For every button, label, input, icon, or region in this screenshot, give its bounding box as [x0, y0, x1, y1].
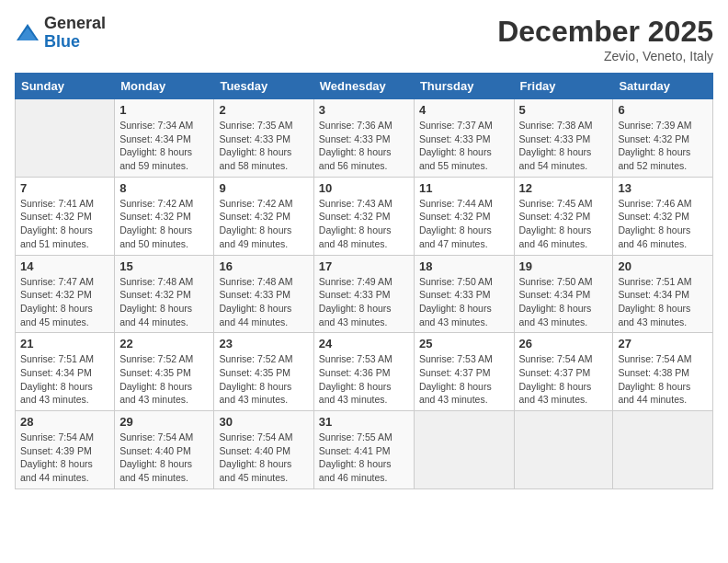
day-number: 3 — [319, 103, 409, 117]
day-info: Sunrise: 7:53 AM Sunset: 4:37 PM Dayligh… — [419, 352, 509, 407]
day-info: Sunrise: 7:50 AM Sunset: 4:34 PM Dayligh… — [519, 275, 609, 329]
day-info: Sunrise: 7:38 AM Sunset: 4:33 PM Dayligh… — [519, 119, 609, 173]
day-info: Sunrise: 7:41 AM Sunset: 4:32 PM Dayligh… — [20, 197, 109, 251]
day-number: 29 — [119, 415, 209, 429]
day-number: 18 — [419, 259, 509, 273]
day-number: 8 — [119, 181, 209, 195]
calendar-cell: 23Sunrise: 7:52 AM Sunset: 4:35 PM Dayli… — [214, 333, 313, 411]
calendar-cell: 21Sunrise: 7:51 AM Sunset: 4:34 PM Dayli… — [16, 333, 115, 411]
day-info: Sunrise: 7:42 AM Sunset: 4:32 PM Dayligh… — [219, 197, 308, 251]
day-info: Sunrise: 7:53 AM Sunset: 4:36 PM Dayligh… — [319, 352, 409, 407]
week-row-3: 14Sunrise: 7:47 AM Sunset: 4:32 PM Dayli… — [16, 255, 713, 333]
day-number: 11 — [419, 181, 509, 195]
calendar-cell: 2Sunrise: 7:35 AM Sunset: 4:33 PM Daylig… — [214, 99, 313, 178]
calendar-cell: 20Sunrise: 7:51 AM Sunset: 4:34 PM Dayli… — [613, 255, 713, 333]
calendar-cell: 29Sunrise: 7:54 AM Sunset: 4:40 PM Dayli… — [115, 411, 214, 489]
day-number: 20 — [618, 259, 708, 273]
day-info: Sunrise: 7:37 AM Sunset: 4:33 PM Dayligh… — [419, 119, 509, 173]
day-info: Sunrise: 7:54 AM Sunset: 4:38 PM Dayligh… — [618, 352, 708, 407]
day-number: 6 — [618, 103, 708, 117]
day-header-wednesday: Wednesday — [313, 74, 414, 99]
calendar-cell: 8Sunrise: 7:42 AM Sunset: 4:32 PM Daylig… — [115, 177, 214, 255]
logo-text: General Blue — [44, 15, 106, 52]
day-info: Sunrise: 7:45 AM Sunset: 4:32 PM Dayligh… — [519, 197, 609, 251]
calendar-cell: 19Sunrise: 7:50 AM Sunset: 4:34 PM Dayli… — [514, 255, 613, 333]
calendar-cell: 18Sunrise: 7:50 AM Sunset: 4:33 PM Dayli… — [414, 255, 514, 333]
calendar-cell: 24Sunrise: 7:53 AM Sunset: 4:36 PM Dayli… — [313, 333, 414, 411]
day-info: Sunrise: 7:36 AM Sunset: 4:33 PM Dayligh… — [319, 119, 409, 173]
day-number: 14 — [20, 259, 109, 273]
day-number: 10 — [319, 181, 409, 195]
calendar-table: SundayMondayTuesdayWednesdayThursdayFrid… — [15, 73, 713, 489]
calendar-cell: 7Sunrise: 7:41 AM Sunset: 4:32 PM Daylig… — [16, 177, 115, 255]
title-block: December 2025 Zevio, Veneto, Italy — [497, 15, 713, 63]
calendar-header-row: SundayMondayTuesdayWednesdayThursdayFrid… — [16, 74, 713, 99]
calendar-cell: 4Sunrise: 7:37 AM Sunset: 4:33 PM Daylig… — [414, 99, 514, 178]
day-info: Sunrise: 7:44 AM Sunset: 4:32 PM Dayligh… — [419, 197, 509, 251]
day-number: 27 — [618, 337, 708, 350]
week-row-5: 28Sunrise: 7:54 AM Sunset: 4:39 PM Dayli… — [16, 411, 713, 489]
day-info: Sunrise: 7:52 AM Sunset: 4:35 PM Dayligh… — [219, 352, 308, 407]
day-info: Sunrise: 7:54 AM Sunset: 4:40 PM Dayligh… — [219, 431, 308, 485]
day-info: Sunrise: 7:43 AM Sunset: 4:32 PM Dayligh… — [319, 197, 409, 251]
page-header: General Blue December 2025 Zevio, Veneto… — [15, 15, 713, 63]
day-number: 9 — [219, 181, 308, 195]
day-number: 1 — [119, 103, 209, 117]
calendar-cell — [613, 411, 713, 489]
calendar-cell: 26Sunrise: 7:54 AM Sunset: 4:37 PM Dayli… — [514, 333, 613, 411]
calendar-cell: 13Sunrise: 7:46 AM Sunset: 4:32 PM Dayli… — [613, 177, 713, 255]
location: Zevio, Veneto, Italy — [497, 49, 713, 63]
day-number: 26 — [519, 337, 609, 350]
calendar-cell: 11Sunrise: 7:44 AM Sunset: 4:32 PM Dayli… — [414, 177, 514, 255]
calendar-cell: 12Sunrise: 7:45 AM Sunset: 4:32 PM Dayli… — [514, 177, 613, 255]
calendar-cell: 17Sunrise: 7:49 AM Sunset: 4:33 PM Dayli… — [313, 255, 414, 333]
day-info: Sunrise: 7:52 AM Sunset: 4:35 PM Dayligh… — [119, 352, 209, 407]
day-number: 23 — [219, 337, 308, 350]
day-info: Sunrise: 7:51 AM Sunset: 4:34 PM Dayligh… — [618, 275, 708, 329]
calendar-cell: 15Sunrise: 7:48 AM Sunset: 4:32 PM Dayli… — [115, 255, 214, 333]
day-info: Sunrise: 7:48 AM Sunset: 4:33 PM Dayligh… — [219, 275, 308, 329]
day-info: Sunrise: 7:54 AM Sunset: 4:40 PM Dayligh… — [119, 431, 209, 485]
day-info: Sunrise: 7:51 AM Sunset: 4:34 PM Dayligh… — [20, 352, 109, 407]
day-info: Sunrise: 7:46 AM Sunset: 4:32 PM Dayligh… — [618, 197, 708, 251]
day-number: 15 — [119, 259, 209, 273]
day-info: Sunrise: 7:39 AM Sunset: 4:32 PM Dayligh… — [618, 119, 708, 173]
calendar-body: 1Sunrise: 7:34 AM Sunset: 4:34 PM Daylig… — [16, 99, 713, 489]
calendar-cell — [16, 99, 115, 178]
calendar-cell — [414, 411, 514, 489]
calendar-cell: 27Sunrise: 7:54 AM Sunset: 4:38 PM Dayli… — [613, 333, 713, 411]
day-number: 12 — [519, 181, 609, 195]
calendar-cell: 9Sunrise: 7:42 AM Sunset: 4:32 PM Daylig… — [214, 177, 313, 255]
day-number: 5 — [519, 103, 609, 117]
day-info: Sunrise: 7:54 AM Sunset: 4:37 PM Dayligh… — [519, 352, 609, 407]
day-number: 17 — [319, 259, 409, 273]
day-info: Sunrise: 7:54 AM Sunset: 4:39 PM Dayligh… — [20, 431, 109, 485]
day-header-friday: Friday — [514, 74, 613, 99]
calendar-cell: 31Sunrise: 7:55 AM Sunset: 4:41 PM Dayli… — [313, 411, 414, 489]
calendar-cell: 14Sunrise: 7:47 AM Sunset: 4:32 PM Dayli… — [16, 255, 115, 333]
day-info: Sunrise: 7:47 AM Sunset: 4:32 PM Dayligh… — [20, 275, 109, 329]
day-header-monday: Monday — [115, 74, 214, 99]
calendar-cell: 25Sunrise: 7:53 AM Sunset: 4:37 PM Dayli… — [414, 333, 514, 411]
day-info: Sunrise: 7:42 AM Sunset: 4:32 PM Dayligh… — [119, 197, 209, 251]
logo-icon — [15, 20, 40, 46]
calendar-cell — [514, 411, 613, 489]
calendar-cell: 1Sunrise: 7:34 AM Sunset: 4:34 PM Daylig… — [115, 99, 214, 178]
day-info: Sunrise: 7:34 AM Sunset: 4:34 PM Dayligh… — [119, 119, 209, 173]
day-header-thursday: Thursday — [414, 74, 514, 99]
day-number: 19 — [519, 259, 609, 273]
day-number: 4 — [419, 103, 509, 117]
day-header-tuesday: Tuesday — [214, 74, 313, 99]
day-info: Sunrise: 7:49 AM Sunset: 4:33 PM Dayligh… — [319, 275, 409, 329]
day-number: 24 — [319, 337, 409, 350]
day-info: Sunrise: 7:48 AM Sunset: 4:32 PM Dayligh… — [119, 275, 209, 329]
day-info: Sunrise: 7:50 AM Sunset: 4:33 PM Dayligh… — [419, 275, 509, 329]
month-title: December 2025 — [497, 15, 713, 49]
calendar-cell: 6Sunrise: 7:39 AM Sunset: 4:32 PM Daylig… — [613, 99, 713, 178]
day-number: 30 — [219, 415, 308, 429]
day-number: 22 — [119, 337, 209, 350]
day-info: Sunrise: 7:35 AM Sunset: 4:33 PM Dayligh… — [219, 119, 308, 173]
calendar-cell: 22Sunrise: 7:52 AM Sunset: 4:35 PM Dayli… — [115, 333, 214, 411]
day-number: 21 — [20, 337, 109, 350]
day-number: 2 — [219, 103, 308, 117]
